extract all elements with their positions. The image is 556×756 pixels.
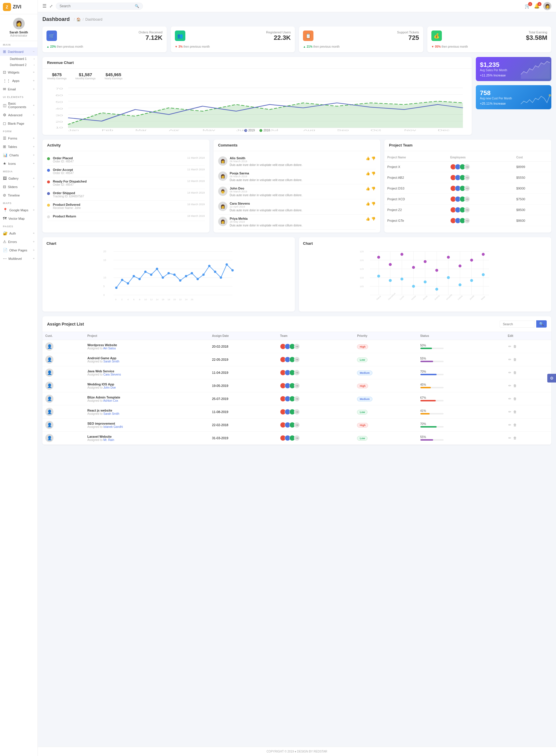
- cart-button[interactable]: 🛒 2: [525, 3, 530, 9]
- sidebar-item-advanced[interactable]: ⚙ Advanced +: [0, 111, 37, 119]
- sidebar-item-basic[interactable]: ◫ Basic Components +: [0, 100, 37, 111]
- comment-dislike-btn-4[interactable]: 👎: [371, 217, 376, 221]
- edit-button-1[interactable]: ✏: [508, 357, 512, 362]
- rev-stat-weekly: $675 Weekly Earnings: [47, 72, 67, 80]
- delete-button-1[interactable]: 🗑: [513, 357, 517, 362]
- activity-sub-0: Order ID: #8547: [53, 160, 184, 163]
- svg-text:105: 105: [360, 285, 364, 288]
- sidebar-item-sliders[interactable]: ⊟ Sliders +: [0, 183, 37, 191]
- sidebar-item-dashboard1[interactable]: Dashboard 1 ›: [7, 56, 37, 62]
- assign-progress-label-4: 67%: [420, 396, 444, 399]
- sidebar-item-errors[interactable]: ⚠ Errors +: [0, 237, 37, 246]
- edit-button-4[interactable]: ✏: [508, 396, 512, 401]
- expand-icon[interactable]: ⤢: [49, 4, 53, 8]
- sidebar-item-auth[interactable]: 🔐 Auth +: [0, 229, 37, 237]
- sidebar-item-dashboard[interactable]: ⊞ Dashboard −: [0, 47, 37, 56]
- sidebar-item-otherpages[interactable]: 📄 Other Pages +: [0, 246, 37, 254]
- sidebar-item-email[interactable]: ✉ Email +: [0, 85, 37, 93]
- assign-progress-fill-6: [420, 426, 437, 428]
- assign-edit-2: ✏ 🗑: [505, 366, 551, 379]
- assign-progress-label-3: 45%: [420, 383, 444, 386]
- svg-text:Ratna: Ratna: [376, 295, 381, 300]
- menu-toggle-icon[interactable]: ☰: [42, 3, 46, 9]
- comment-dislike-btn-3[interactable]: 👎: [371, 202, 376, 206]
- comment-content-3: Cara Stevens 22 April 2019 Duis aute iru…: [230, 202, 364, 212]
- svg-text:Jul: Jul: [270, 129, 278, 131]
- stat-card-header-3: 💰 Total Earning $3.58M: [431, 31, 548, 41]
- svg-point-101: [401, 277, 404, 281]
- delete-button-2[interactable]: 🗑: [513, 370, 517, 375]
- sidebar-item-forms[interactable]: ☰ Forms +: [0, 134, 37, 142]
- assign-priority-badge-4: Medium: [357, 397, 372, 401]
- sidebar-item-multilevel[interactable]: ⋯ Multilevel +: [0, 254, 37, 263]
- edit-button-6[interactable]: ✏: [508, 422, 512, 428]
- assign-team-extra-1: +4: [294, 357, 300, 362]
- sidebar-item-charts[interactable]: 📊 Charts +: [0, 151, 37, 159]
- edit-button-3[interactable]: ✏: [508, 383, 512, 388]
- pt-team-5: +3: [447, 216, 513, 226]
- comment-like-btn-4[interactable]: 👍: [366, 217, 370, 221]
- assign-project-4: Blize Admin Template Assigned to Ashton …: [84, 392, 209, 405]
- assign-project-name-0: Wordpress Website: [88, 343, 206, 347]
- comment-item-3: 👩 Cara Stevens 22 April 2019 Duis aute i…: [218, 199, 376, 215]
- settings-fab[interactable]: ⚙: [547, 374, 556, 383]
- notification-button[interactable]: 🔔 3: [534, 3, 540, 9]
- assign-progress-wrap-0: 50%: [420, 344, 444, 349]
- svg-text:40: 40: [56, 107, 63, 110]
- activity-sub-1: Order ID: #8547: [53, 171, 184, 175]
- sidebar-item-apps[interactable]: ⋮⋮ Apps +: [0, 76, 37, 85]
- svg-point-57: [214, 271, 216, 273]
- assign-cust-3: 👤: [42, 379, 84, 392]
- edit-button-7[interactable]: ✏: [508, 435, 512, 441]
- delete-button-3[interactable]: 🗑: [513, 383, 517, 388]
- sidebar-item-dashboard2[interactable]: Dashboard 2 ›: [7, 62, 37, 68]
- delete-button-7[interactable]: 🗑: [513, 435, 517, 441]
- sidebar-item-widgets[interactable]: ⊡ Widgets +: [0, 68, 37, 76]
- sidebar-item-label-vectormap: Vector Map: [8, 217, 25, 220]
- comment-like-btn-2[interactable]: 👍: [366, 187, 370, 191]
- delete-button-0[interactable]: 🗑: [513, 344, 517, 349]
- activity-dot-4: [47, 204, 50, 207]
- googlemaps-plus: +: [33, 208, 35, 211]
- sidebar-item-googlemaps[interactable]: 📍 Google Maps +: [0, 206, 37, 214]
- delete-button-4[interactable]: 🗑: [513, 396, 517, 401]
- svg-point-111: [459, 284, 461, 286]
- widgets-icon: ⊡: [3, 70, 6, 74]
- delete-button-5[interactable]: 🗑: [513, 409, 517, 415]
- sidebar-item-vectormap[interactable]: 🗺 Vector Map: [0, 214, 37, 223]
- svg-point-109: [447, 276, 450, 279]
- delete-button-6[interactable]: 🗑: [513, 422, 517, 428]
- sidebar-item-timeline[interactable]: ⊘ Timeline: [0, 191, 37, 199]
- svg-text:10: 10: [103, 276, 106, 279]
- user-avatar-topbar[interactable]: 👩: [543, 2, 551, 10]
- sidebar-item-gallery[interactable]: 🖼 Gallery +: [0, 174, 37, 183]
- comment-like-btn-3[interactable]: 👍: [366, 202, 370, 206]
- comment-text-4: Duis aute irure dolor in voluptate velit…: [230, 224, 364, 227]
- assign-search-button[interactable]: 🔍: [536, 320, 547, 328]
- edit-button-0[interactable]: ✏: [508, 344, 512, 349]
- edit-button-2[interactable]: ✏: [508, 370, 512, 375]
- svg-text:15: 15: [103, 259, 106, 262]
- pt-team-1: +3: [447, 172, 513, 183]
- comment-dislike-btn-0[interactable]: 👎: [371, 156, 376, 160]
- stat-card-icon-1: 👥: [175, 31, 185, 41]
- sidebar-item-tables[interactable]: ⊞ Tables +: [0, 142, 37, 151]
- comment-like-btn-1[interactable]: 👍: [366, 171, 370, 175]
- sidebar-item-blank[interactable]: ◻ Blank Page: [0, 119, 37, 128]
- search-input[interactable]: [60, 4, 133, 8]
- edit-button-5[interactable]: ✏: [508, 409, 512, 415]
- assign-search-input[interactable]: [500, 321, 534, 328]
- comment-name-2: John Deo: [230, 187, 364, 190]
- comment-dislike-btn-2[interactable]: 👎: [371, 187, 376, 191]
- breadcrumb-home[interactable]: 🏠: [76, 18, 81, 22]
- sidebar-item-icons[interactable]: ★ Icons +: [0, 159, 37, 168]
- project-team-card: Project Team Project Name Employees Cost…: [384, 139, 551, 233]
- comment-like-btn-0[interactable]: 👍: [366, 156, 370, 160]
- breadcrumb-sep1: /: [74, 18, 75, 22]
- svg-point-60: [232, 269, 234, 271]
- comment-dislike-btn-1[interactable]: 👎: [371, 171, 376, 175]
- team-extra-5: +3: [464, 218, 470, 224]
- assign-priority-badge-2: Medium: [357, 370, 372, 375]
- activity-list: Order Placed Order ID: #8547 11 March 20…: [42, 151, 209, 224]
- rev-stat-yearly: $45,965 Yearly Earnings: [104, 72, 123, 80]
